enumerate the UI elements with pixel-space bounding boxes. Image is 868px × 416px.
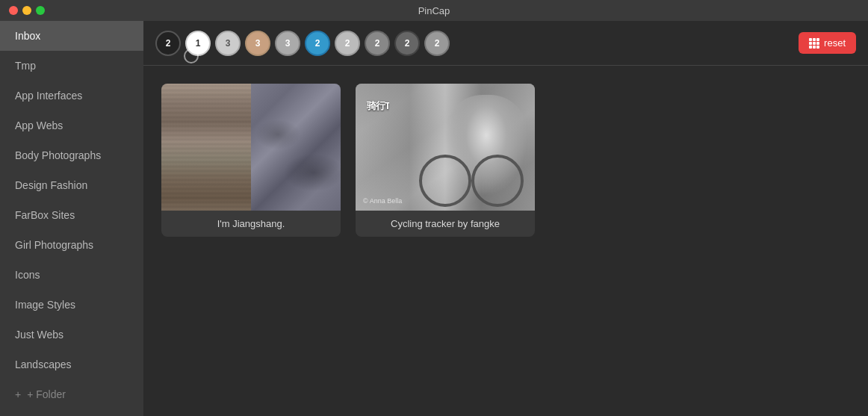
svg-text:骑行TM: 骑行TM	[367, 100, 389, 111]
avatar-9-count: 2	[405, 38, 410, 49]
wood-texture	[161, 84, 251, 211]
sidebar-item-app-interfaces[interactable]: App Interfaces	[0, 81, 143, 111]
minimize-button[interactable]	[22, 6, 31, 15]
card-cycling-title: Cycling tracker by fangke	[356, 211, 535, 237]
copyright-text: © Anna Bella	[363, 197, 402, 205]
avatar-6-count: 2	[315, 38, 320, 49]
card-jiangshang-image	[161, 84, 341, 211]
sidebar-item-just-webs[interactable]: Just Webs	[0, 320, 143, 350]
sidebar-item-inbox[interactable]: Inbox	[0, 21, 143, 51]
sidebar-item-app-webs[interactable]: App Webs	[0, 111, 143, 140]
avatar-7-count: 2	[345, 38, 350, 49]
grid-icon	[809, 38, 819, 49]
main-layout: Inbox Tmp App Interfaces App Webs Body P…	[0, 21, 868, 416]
logo-svg: 骑行TM	[367, 99, 389, 112]
texture-image	[161, 84, 341, 211]
sidebar-item-image-styles[interactable]: Image Styles	[0, 290, 143, 320]
wheel-front	[419, 155, 471, 207]
cards-area: I'm Jiangshang.	[143, 66, 868, 416]
wheel-back	[471, 155, 524, 207]
app-title: PinCap	[418, 5, 450, 16]
sidebar-item-farbox-sites[interactable]: FarBox Sites	[0, 200, 143, 230]
reset-button[interactable]: reset	[799, 32, 856, 54]
sidebar-item-landscapes[interactable]: Landscapes	[0, 350, 143, 379]
avatar-3[interactable]: 3	[215, 31, 241, 56]
avatar-2-count: 1	[196, 38, 201, 49]
sidebar-item-body-photographs[interactable]: Body Photographs	[0, 140, 143, 170]
avatar-6[interactable]: 2	[305, 31, 330, 56]
card-jiangshang-title: I'm Jiangshang.	[161, 211, 341, 237]
avatar-group: 2 1 3 3 3	[155, 31, 793, 56]
content-area: 2 1 3 3 3	[143, 21, 868, 416]
card-cycling-image: 骑行TM © Anna Bella	[356, 84, 535, 211]
avatar-1[interactable]: 2	[155, 31, 181, 56]
avatar-8[interactable]: 2	[365, 31, 390, 56]
avatar-4[interactable]: 3	[245, 31, 270, 56]
avatar-7[interactable]: 2	[335, 31, 360, 56]
reset-label: reset	[824, 37, 846, 49]
avatar-10-count: 2	[435, 38, 440, 49]
title-bar: PinCap	[0, 0, 868, 21]
card-jiangshang[interactable]: I'm Jiangshang.	[161, 84, 341, 237]
sidebar-item-girl-photographs[interactable]: Girl Photographs	[0, 230, 143, 260]
sidebar-item-design-fashion[interactable]: Design Fashion	[0, 170, 143, 200]
avatar-10[interactable]: 2	[424, 31, 450, 56]
stone-texture	[251, 84, 341, 211]
add-folder-button[interactable]: + + Folder	[0, 379, 143, 409]
avatar-4-count: 3	[255, 38, 261, 49]
avatar-5-count: 3	[285, 38, 291, 49]
close-button[interactable]	[9, 6, 18, 15]
logo-overlay: 骑行TM	[367, 99, 389, 114]
avatar-3-count: 3	[226, 38, 231, 49]
avatar-5[interactable]: 3	[275, 31, 300, 56]
sidebar-item-icons[interactable]: Icons	[0, 260, 143, 290]
card-cycling[interactable]: 骑行TM © Anna Bella Cycling tracker by fan…	[356, 84, 535, 237]
sidebar: Inbox Tmp App Interfaces App Webs Body P…	[0, 21, 143, 416]
avatar-1-count: 2	[166, 38, 171, 49]
cursor-indicator	[184, 49, 199, 63]
add-folder-label: + Folder	[27, 388, 66, 400]
traffic-lights	[9, 6, 45, 15]
add-folder-icon: +	[15, 388, 21, 400]
top-bar: 2 1 3 3 3	[143, 21, 868, 66]
avatar-2[interactable]: 1	[185, 31, 211, 56]
avatar-9[interactable]: 2	[394, 31, 420, 56]
sidebar-item-tmp[interactable]: Tmp	[0, 51, 143, 81]
maximize-button[interactable]	[36, 6, 45, 15]
cycling-photo: 骑行TM © Anna Bella	[356, 84, 535, 211]
avatar-8-count: 2	[375, 38, 380, 49]
logo-symbol: 骑行TM	[367, 99, 389, 112]
